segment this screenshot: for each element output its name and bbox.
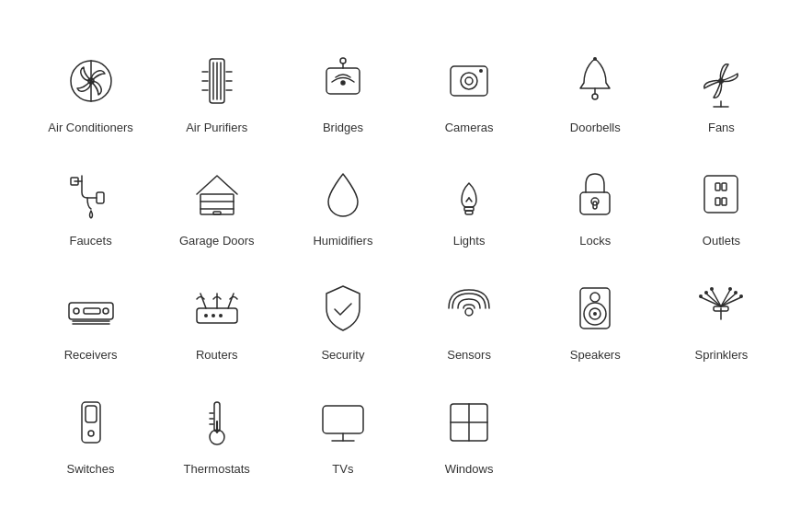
- tvs-icon: [311, 390, 375, 455]
- bridges-icon: [311, 49, 375, 113]
- item-windows[interactable]: Windows: [406, 374, 532, 488]
- svg-line-53: [200, 294, 206, 308]
- item-air-conditioners[interactable]: Air Conditioners: [28, 32, 154, 146]
- svg-point-19: [465, 77, 473, 85]
- tvs-label: TVs: [332, 462, 353, 477]
- svg-line-37: [469, 198, 472, 202]
- svg-point-14: [340, 58, 346, 63]
- svg-point-81: [88, 431, 94, 436]
- item-sprinklers[interactable]: Sprinklers: [658, 260, 784, 374]
- item-outlets[interactable]: Outlets: [658, 145, 784, 260]
- svg-rect-42: [715, 183, 720, 190]
- receivers-icon: [59, 276, 123, 340]
- faucets-label: Faucets: [69, 234, 111, 248]
- air-purifiers-icon: [185, 49, 249, 113]
- item-fans[interactable]: Fans: [658, 32, 784, 146]
- outlets-label: Outlets: [703, 234, 740, 248]
- item-cameras[interactable]: Cameras: [406, 32, 532, 146]
- routers-icon: [185, 276, 249, 340]
- doorbells-icon: [563, 49, 627, 113]
- garage-doors-icon: [185, 162, 249, 226]
- svg-point-76: [728, 287, 732, 291]
- item-bridges[interactable]: Bridges: [280, 32, 406, 146]
- windows-label: Windows: [445, 462, 494, 477]
- item-locks[interactable]: Locks: [532, 145, 658, 260]
- receivers-label: Receivers: [64, 348, 118, 363]
- item-receivers[interactable]: Receivers: [28, 260, 154, 374]
- doorbells-label: Doorbells: [570, 121, 621, 135]
- svg-point-57: [212, 314, 215, 317]
- item-sensors[interactable]: Sensors: [406, 260, 532, 374]
- windows-icon: [437, 390, 501, 455]
- item-tvs[interactable]: TVs: [280, 374, 406, 488]
- svg-point-58: [219, 314, 223, 317]
- svg-point-23: [593, 57, 597, 61]
- humidifiers-icon: [311, 162, 375, 226]
- switches-icon: [59, 390, 123, 455]
- svg-line-55: [228, 294, 234, 308]
- item-switches[interactable]: Switches: [28, 374, 154, 488]
- svg-point-78: [739, 294, 743, 298]
- fans-label: Fans: [708, 121, 735, 135]
- sensors-label: Sensors: [447, 348, 491, 363]
- item-thermostats[interactable]: Thermostats: [154, 374, 280, 488]
- svg-point-22: [592, 94, 598, 99]
- svg-point-74: [734, 291, 738, 294]
- svg-point-47: [74, 308, 79, 314]
- item-humidifiers[interactable]: Humidifiers: [280, 145, 406, 260]
- svg-point-16: [341, 81, 345, 85]
- item-lights[interactable]: Lights: [406, 145, 532, 260]
- item-garage-doors[interactable]: Garage Doors: [154, 145, 280, 260]
- air-purifiers-label: Air Purifiers: [186, 121, 247, 135]
- locks-label: Locks: [579, 234, 611, 248]
- svg-rect-27: [97, 192, 104, 203]
- security-icon: [311, 276, 375, 340]
- humidifiers-label: Humidifiers: [313, 234, 372, 248]
- svg-rect-48: [84, 308, 100, 314]
- air-conditioners-icon: [59, 49, 123, 113]
- svg-point-64: [593, 312, 597, 316]
- svg-rect-46: [69, 303, 113, 319]
- svg-point-24: [718, 78, 724, 84]
- svg-point-56: [204, 314, 208, 317]
- svg-point-77: [699, 294, 703, 298]
- svg-rect-44: [715, 198, 720, 205]
- speakers-icon: [563, 276, 627, 340]
- item-speakers[interactable]: Speakers: [532, 260, 658, 374]
- sprinklers-label: Sprinklers: [695, 348, 749, 363]
- switches-label: Switches: [67, 462, 115, 477]
- item-routers[interactable]: Routers: [154, 260, 280, 374]
- speakers-label: Speakers: [570, 348, 621, 363]
- item-faucets[interactable]: Faucets: [28, 145, 154, 260]
- routers-label: Routers: [196, 348, 238, 363]
- cameras-label: Cameras: [445, 121, 494, 135]
- outlets-icon: [689, 162, 753, 226]
- sprinklers-icon: [689, 276, 753, 340]
- garage-doors-label: Garage Doors: [179, 234, 255, 248]
- item-air-purifiers[interactable]: Air Purifiers: [154, 32, 280, 146]
- svg-point-73: [704, 291, 708, 294]
- item-doorbells[interactable]: Doorbells: [532, 32, 658, 146]
- svg-point-61: [590, 293, 600, 302]
- svg-point-18: [461, 73, 477, 89]
- svg-rect-33: [213, 212, 221, 214]
- sensors-icon: [437, 276, 501, 340]
- lights-label: Lights: [453, 234, 486, 248]
- svg-point-20: [479, 69, 483, 73]
- svg-rect-87: [216, 421, 218, 433]
- thermostats-icon: [185, 390, 249, 455]
- svg-rect-45: [722, 198, 726, 205]
- svg-rect-88: [323, 406, 363, 433]
- svg-rect-43: [722, 183, 726, 190]
- faucets-icon: [59, 162, 123, 226]
- svg-rect-41: [704, 176, 738, 213]
- item-security[interactable]: Security: [280, 260, 406, 374]
- bridges-label: Bridges: [323, 121, 363, 135]
- air-conditioners-label: Air Conditioners: [48, 121, 133, 135]
- device-grid: Air Conditioners Air Purifiers: [0, 14, 812, 505]
- lights-icon: [437, 162, 501, 226]
- locks-icon: [563, 162, 627, 226]
- svg-point-75: [710, 287, 714, 291]
- security-label: Security: [321, 348, 364, 363]
- svg-point-49: [103, 308, 109, 314]
